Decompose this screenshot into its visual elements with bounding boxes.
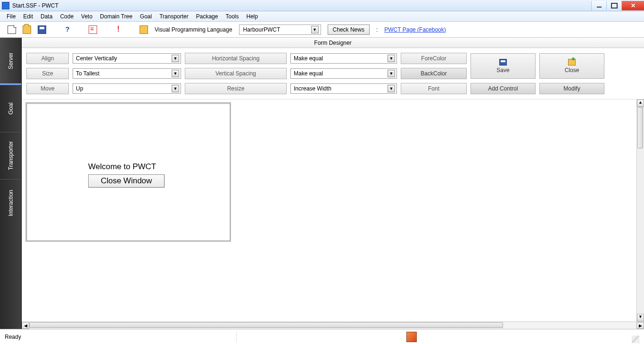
resize-select-value: Increase Width xyxy=(294,85,331,92)
toolbar: ? ! Visual Programming Language HarbourP… xyxy=(0,22,644,38)
sidebar-tab-transporter[interactable]: Transporter xyxy=(0,132,21,179)
menu-code[interactable]: Code xyxy=(56,12,77,21)
statusbar: Ready xyxy=(0,329,644,344)
menu-veto[interactable]: Veto xyxy=(77,12,96,21)
window-close-button[interactable] xyxy=(621,1,644,10)
colon: : xyxy=(376,26,378,33)
menu-domain-tree[interactable]: Domain Tree xyxy=(96,12,136,21)
minimize-button[interactable] xyxy=(591,1,606,10)
vspacing-select-value: Make equal xyxy=(294,70,323,77)
vertical-scrollbar[interactable]: ▲ ▼ xyxy=(636,99,644,321)
sidebar-tab-server[interactable]: Server xyxy=(0,38,21,85)
menu-edit[interactable]: Edit xyxy=(19,12,37,21)
check-news-button[interactable]: Check News xyxy=(328,25,370,35)
forecolor-button[interactable]: ForeColor xyxy=(401,53,467,64)
sidebar: Server Goal Transporter Interaction xyxy=(0,38,22,329)
status-ready: Ready xyxy=(5,334,21,340)
close-label: Close xyxy=(565,67,579,74)
chevron-down-icon: ▼ xyxy=(388,85,395,92)
hspacing-select[interactable]: Make equal ▼ xyxy=(290,53,397,64)
scroll-down-icon[interactable]: ▼ xyxy=(637,314,644,321)
chevron-down-icon: ▼ xyxy=(388,70,395,77)
move-button[interactable]: Move xyxy=(26,83,69,94)
resize-select[interactable]: Increase Width ▼ xyxy=(290,83,397,94)
scroll-up-icon[interactable]: ▲ xyxy=(637,99,644,107)
scroll-right-icon[interactable]: ▶ xyxy=(636,322,644,329)
maximize-button[interactable] xyxy=(606,1,621,10)
app-icon xyxy=(2,2,9,9)
resize-button[interactable]: Resize xyxy=(185,83,287,94)
scroll-thumb[interactable] xyxy=(637,107,643,148)
sidebar-tab-goal[interactable]: Goal xyxy=(0,85,21,132)
save-button[interactable]: Save xyxy=(471,53,536,79)
form-preview[interactable]: Welcome to PWCT Close Window xyxy=(25,102,231,242)
vspacing-select[interactable]: Make equal ▼ xyxy=(290,68,397,79)
modify-button[interactable]: Modify xyxy=(539,83,604,94)
hspacing-button[interactable]: Horizontal Spacing xyxy=(185,53,287,64)
font-button[interactable]: Font xyxy=(401,83,467,94)
alert-icon[interactable]: ! xyxy=(114,25,123,34)
size-button[interactable]: Size xyxy=(26,68,69,79)
hspacing-select-value: Make equal xyxy=(294,55,323,62)
horizontal-scrollbar[interactable]: ◀ ▶ xyxy=(22,321,644,329)
close-button[interactable]: Close xyxy=(539,53,604,79)
backcolor-button[interactable]: BackColor xyxy=(401,68,467,79)
menu-data[interactable]: Data xyxy=(37,12,56,21)
welcome-label: Welcome to PWCT xyxy=(88,162,156,172)
move-select-value: Up xyxy=(76,85,83,92)
vpl-combo[interactable]: HarbourPWCT ▼ xyxy=(239,25,321,35)
folder-icon[interactable] xyxy=(140,25,148,34)
scroll-left-icon[interactable]: ◀ xyxy=(22,322,29,329)
chevron-down-icon: ▼ xyxy=(172,85,179,92)
designer-toolbox: Align Center Vertically ▼ Horizontal Spa… xyxy=(22,48,644,99)
pwct-facebook-link[interactable]: PWCT Page (Facebook) xyxy=(384,26,446,33)
menu-package[interactable]: Package xyxy=(192,12,222,21)
close-window-button[interactable]: Close Window xyxy=(88,174,165,188)
open-icon[interactable] xyxy=(23,25,31,34)
save-label: Save xyxy=(496,67,509,74)
size-select-value: To Tallest xyxy=(76,70,99,77)
chevron-down-icon: ▼ xyxy=(172,55,179,62)
vspacing-button[interactable]: Vertical Spacing xyxy=(185,68,287,79)
save-icon xyxy=(499,59,507,66)
panel-title: Form Designer xyxy=(22,38,644,48)
window-title: Start.SSF - PWCT xyxy=(12,2,58,9)
save-icon[interactable] xyxy=(38,25,46,34)
menu-help[interactable]: Help xyxy=(242,12,262,21)
new-icon[interactable] xyxy=(8,25,16,34)
chevron-down-icon: ▼ xyxy=(388,55,395,62)
canvas-area[interactable]: Welcome to PWCT Close Window ▲ ▼ xyxy=(22,99,644,321)
list-icon[interactable] xyxy=(89,25,97,34)
close-folder-icon xyxy=(568,59,576,66)
menubar: File Edit Data Code Veto Domain Tree Goa… xyxy=(0,11,644,22)
menu-goal[interactable]: Goal xyxy=(136,12,156,21)
menu-file[interactable]: File xyxy=(3,12,19,21)
add-control-button[interactable]: Add Control xyxy=(471,83,536,94)
align-select[interactable]: Center Vertically ▼ xyxy=(73,53,181,64)
menu-tools[interactable]: Tools xyxy=(222,12,242,21)
sidebar-tab-interaction[interactable]: Interaction xyxy=(0,179,21,226)
titlebar: Start.SSF - PWCT xyxy=(0,0,644,11)
status-separator xyxy=(236,331,237,343)
status-flag-icon[interactable] xyxy=(406,332,417,342)
menu-transporter[interactable]: Transporter xyxy=(156,12,192,21)
size-select[interactable]: To Tallest ▼ xyxy=(73,68,181,79)
align-button[interactable]: Align xyxy=(26,53,69,64)
align-select-value: Center Vertically xyxy=(76,55,117,62)
scroll-thumb-h[interactable] xyxy=(29,322,503,328)
chevron-down-icon: ▼ xyxy=(172,70,179,77)
move-select[interactable]: Up ▼ xyxy=(73,83,181,94)
vpl-selected: HarbourPWCT xyxy=(243,26,281,33)
resize-grip-icon[interactable] xyxy=(632,336,639,343)
chevron-down-icon: ▼ xyxy=(311,26,319,33)
vpl-label: Visual Programming Language xyxy=(155,26,232,33)
help-icon[interactable]: ? xyxy=(63,25,72,34)
